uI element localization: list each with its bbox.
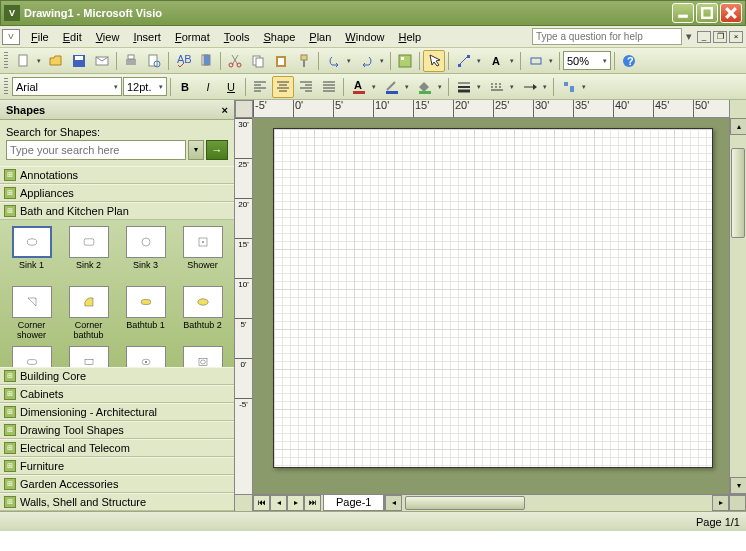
tab-prev-button[interactable]: ◂ — [270, 495, 287, 511]
menu-shape[interactable]: Shape — [256, 29, 302, 45]
category-walls-shell-and-structure[interactable]: ⊞Walls, Shell and Structure — [0, 493, 234, 511]
doc-restore-button[interactable]: ❐ — [713, 31, 727, 43]
print-preview-button[interactable] — [143, 50, 165, 72]
category-dimensioning-architectural[interactable]: ⊞Dimensioning - Architectural — [0, 403, 234, 421]
spelling-button[interactable]: AB — [172, 50, 194, 72]
help-button[interactable]: ? — [618, 50, 640, 72]
shapes-search-input[interactable] — [6, 140, 186, 160]
horizontal-scroll-thumb[interactable] — [405, 496, 525, 510]
shape-sink-2[interactable]: Sink 2 — [61, 224, 116, 282]
line-color-button[interactable] — [380, 76, 412, 98]
menu-file[interactable]: File — [24, 29, 56, 45]
align-justify-button[interactable] — [318, 76, 340, 98]
align-left-button[interactable] — [249, 76, 271, 98]
paste-button[interactable] — [270, 50, 292, 72]
font-color-button[interactable]: A — [347, 76, 379, 98]
shape-shower[interactable]: Shower — [175, 224, 230, 282]
category-cabinets[interactable]: ⊞Cabinets — [0, 385, 234, 403]
copy-button[interactable] — [247, 50, 269, 72]
tab-first-button[interactable]: ⏮ — [253, 495, 270, 511]
line-pattern-button[interactable] — [485, 76, 517, 98]
font-combo[interactable]: Arial▾ — [12, 77, 122, 96]
menu-window[interactable]: Window — [338, 29, 391, 45]
category-furniture[interactable]: ⊞Furniture — [0, 457, 234, 475]
underline-button[interactable]: U — [220, 76, 242, 98]
shape-item-8[interactable] — [4, 344, 59, 367]
cut-button[interactable] — [224, 50, 246, 72]
shape-item-11[interactable] — [175, 344, 230, 367]
scroll-up-button[interactable]: ▴ — [730, 118, 746, 135]
scroll-down-button[interactable]: ▾ — [730, 477, 746, 494]
doc-minimize-button[interactable]: _ — [697, 31, 711, 43]
align-center-button[interactable] — [272, 76, 294, 98]
save-button[interactable] — [68, 50, 90, 72]
vertical-ruler[interactable]: 30'25'20'15'10'5'0'-5' — [235, 118, 253, 494]
horizontal-scrollbar[interactable]: ◂ ▸ — [384, 495, 746, 511]
menu-view[interactable]: View — [89, 29, 127, 45]
category-building-core[interactable]: ⊞Building Core — [0, 367, 234, 385]
shapes-window-button[interactable] — [394, 50, 416, 72]
shapes-panel-close-button[interactable]: × — [222, 104, 228, 116]
toolbar-grip[interactable] — [4, 78, 8, 96]
tab-last-button[interactable]: ⏭ — [304, 495, 321, 511]
text-tool-button[interactable]: A — [485, 50, 517, 72]
connector-tool-button[interactable] — [452, 50, 484, 72]
shape-bathtub-1[interactable]: Bathtub 1 — [118, 284, 173, 342]
pointer-tool-button[interactable] — [423, 50, 445, 72]
line-weight-button[interactable] — [452, 76, 484, 98]
horizontal-ruler[interactable]: -5'0'5'10'15'20'25'30'35'40'45'50' — [253, 100, 729, 118]
page-tab-1[interactable]: Page-1 — [323, 495, 384, 511]
research-button[interactable] — [195, 50, 217, 72]
print-button[interactable] — [120, 50, 142, 72]
category-annotations[interactable]: ⊞Annotations — [0, 166, 234, 184]
floor-plan-drawing[interactable]: ✶✶✶ ✶✶✶✶✶✶ ✶✶✶ ✶✶ ✶✶✶✶ ✶ — [274, 129, 290, 145]
italic-button[interactable]: I — [197, 76, 219, 98]
shape-corner-shower[interactable]: Corner shower — [4, 284, 59, 342]
document-icon[interactable]: V — [2, 29, 20, 45]
menu-help[interactable]: Help — [391, 29, 428, 45]
fill-color-button[interactable] — [413, 76, 445, 98]
drawing-canvas[interactable]: ✶✶✶ ✶✶✶✶✶✶ ✶✶✶ ✶✶ ✶✶✶✶ ✶ — [253, 118, 729, 494]
search-go-button[interactable]: → — [206, 140, 228, 160]
drawing-page[interactable]: ✶✶✶ ✶✶✶✶✶✶ ✶✶✶ ✶✶ ✶✶✶✶ ✶ — [273, 128, 713, 468]
scroll-right-button[interactable]: ▸ — [712, 495, 729, 511]
drawing-tools-button[interactable] — [524, 50, 556, 72]
help-search-input[interactable] — [532, 28, 682, 45]
category-garden-accessories[interactable]: ⊞Garden Accessories — [0, 475, 234, 493]
menu-insert[interactable]: Insert — [126, 29, 168, 45]
menu-format[interactable]: Format — [168, 29, 217, 45]
minimize-button[interactable] — [672, 3, 694, 23]
format-painter-button[interactable] — [293, 50, 315, 72]
new-button[interactable] — [12, 50, 44, 72]
redo-button[interactable] — [355, 50, 387, 72]
category-bath-and-kitchen-plan[interactable]: ⊞Bath and Kitchen Plan — [0, 202, 234, 220]
undo-button[interactable] — [322, 50, 354, 72]
align-right-button[interactable] — [295, 76, 317, 98]
vertical-scrollbar[interactable]: ▴ ▾ — [729, 118, 746, 494]
font-size-combo[interactable]: 12pt.▾ — [123, 77, 167, 96]
menu-edit[interactable]: Edit — [56, 29, 89, 45]
category-electrical-and-telecom[interactable]: ⊞Electrical and Telecom — [0, 439, 234, 457]
search-options-dropdown[interactable]: ▾ — [188, 140, 204, 160]
email-button[interactable] — [91, 50, 113, 72]
tab-next-button[interactable]: ▸ — [287, 495, 304, 511]
shape-item-10[interactable] — [118, 344, 173, 367]
zoom-combo[interactable]: 50%▾ — [563, 51, 611, 70]
category-appliances[interactable]: ⊞Appliances — [0, 184, 234, 202]
shape-corner-bathtub[interactable]: Corner bathtub — [61, 284, 116, 342]
menu-tools[interactable]: Tools — [217, 29, 257, 45]
line-ends-button[interactable] — [518, 76, 550, 98]
shape-item-9[interactable] — [61, 344, 116, 367]
category-drawing-tool-shapes[interactable]: ⊞Drawing Tool Shapes — [0, 421, 234, 439]
shape-bathtub-2[interactable]: Bathtub 2 — [175, 284, 230, 342]
bold-button[interactable]: B — [174, 76, 196, 98]
open-button[interactable] — [45, 50, 67, 72]
doc-close-button[interactable]: × — [729, 31, 743, 43]
toolbar-grip[interactable] — [4, 52, 8, 70]
align-shapes-button[interactable] — [557, 76, 589, 98]
shape-sink-3[interactable]: Sink 3 — [118, 224, 173, 282]
help-dropdown[interactable]: ▾ — [684, 30, 694, 43]
menu-plan[interactable]: Plan — [302, 29, 338, 45]
vertical-scroll-thumb[interactable] — [731, 148, 745, 238]
close-button[interactable] — [720, 3, 742, 23]
